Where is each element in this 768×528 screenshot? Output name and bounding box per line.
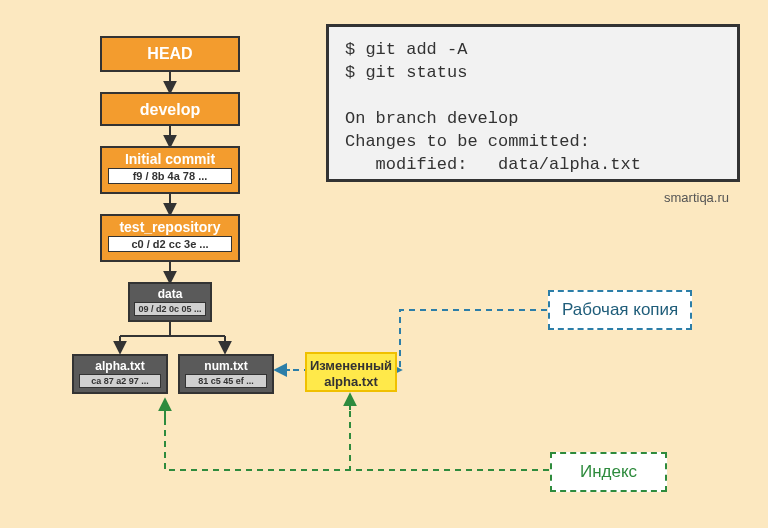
node-head: HEAD [100,36,240,72]
credit-text: smartiqa.ru [664,190,729,205]
num-hash: 81 c5 45 ef ... [185,374,267,388]
alpha-title: alpha.txt [74,356,166,374]
node-alpha: alpha.txt ca 87 a2 97 ... [72,354,168,394]
initial-commit-title: Initial commit [102,148,238,168]
node-data: data 09 / d2 0c 05 ... [128,282,212,322]
data-title: data [130,284,210,302]
node-changed-alpha: Измененный alpha.txt [305,352,397,392]
label-index: Индекс [550,452,667,492]
num-title: num.txt [180,356,272,374]
node-initial-commit: Initial commit f9 / 8b 4a 78 ... [100,146,240,194]
node-num: num.txt 81 c5 45 ef ... [178,354,274,394]
node-develop: develop [100,92,240,126]
changed-line2: alpha.txt [307,374,395,390]
test-repo-title: test_repository [102,216,238,236]
label-working-copy: Рабочая копия [548,290,692,330]
alpha-hash: ca 87 a2 97 ... [79,374,161,388]
data-hash: 09 / d2 0c 05 ... [134,302,206,316]
terminal-output: $ git add -A $ git status On branch deve… [326,24,740,182]
changed-line1: Измененный [307,358,395,374]
node-test-repository: test_repository c0 / d2 cc 3e ... [100,214,240,262]
initial-commit-hash: f9 / 8b 4a 78 ... [108,168,232,184]
test-repo-hash: c0 / d2 cc 3e ... [108,236,232,252]
